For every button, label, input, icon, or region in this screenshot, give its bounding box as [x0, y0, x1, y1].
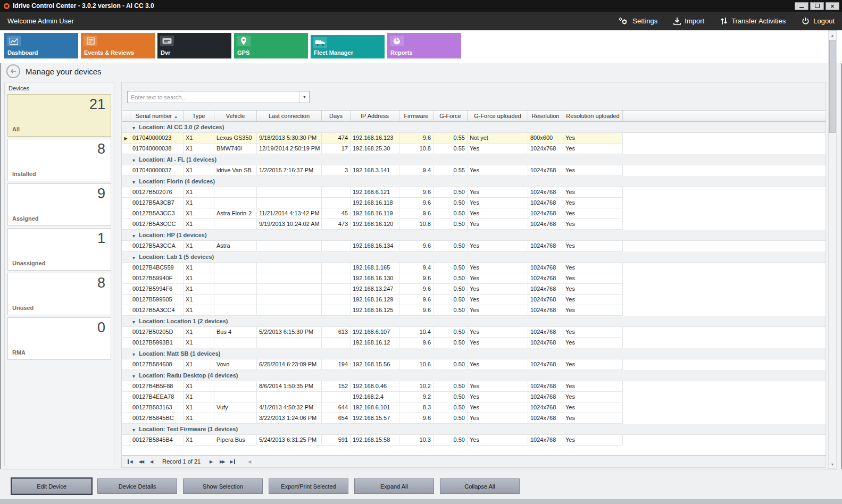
column-header-resolution[interactable]: Resolution — [528, 111, 563, 121]
device-row[interactable]: 00127B4EEA78X1192.168.2.49.20.50Yes1024x… — [122, 392, 623, 402]
tab-dashboard[interactable]: Dashboard — [4, 33, 78, 58]
tab-events-reviews[interactable]: Events & Reviews — [81, 33, 155, 58]
group-row[interactable]: Location: AI - FL (1 devices) — [122, 154, 826, 165]
transfer-activities-button[interactable]: Transfer Activities — [720, 17, 786, 25]
device-row[interactable]: 00127B4B5F88X18/6/2014 1:50:35 PM152192.… — [122, 381, 623, 392]
group-row[interactable]: Location: Test Firmware (1 devices) — [122, 424, 826, 435]
column-header-last-connection[interactable]: Last connection — [257, 111, 322, 121]
column-header-resolution-uploaded[interactable]: Resolution uploaded — [563, 111, 623, 121]
collapse-all-button[interactable]: Collapse All — [440, 478, 520, 494]
import-button[interactable]: Import — [673, 17, 704, 25]
column-header-type[interactable]: Type — [184, 111, 214, 121]
cell-gf: 0.50 — [433, 273, 468, 283]
column-header-days[interactable]: Days — [322, 111, 351, 121]
group-collapse-icon[interactable] — [132, 316, 135, 326]
cell-ip: 192.168.6.121 — [351, 187, 399, 197]
group-row[interactable]: Location: Radu Desktop (4 devices) — [122, 370, 826, 381]
search-input[interactable] — [128, 91, 299, 103]
gears-icon — [618, 17, 629, 26]
maximize-button[interactable] — [810, 2, 824, 10]
column-header-serial-number[interactable]: Serial number — [130, 111, 184, 121]
group-row[interactable]: Location: HP (1 devices) — [122, 230, 826, 241]
cell-last — [257, 305, 322, 315]
group-collapse-icon[interactable] — [132, 230, 135, 240]
column-label: Days — [329, 113, 343, 119]
device-row[interactable]: 00127B5A3CB7X1192.168.16.1189.60.50Yes10… — [122, 198, 623, 208]
group-row[interactable]: Location: Lab 1 (5 devices) — [122, 251, 826, 263]
prev-record-button[interactable] — [146, 457, 157, 466]
tab-gps[interactable]: GPS — [234, 33, 308, 58]
group-collapse-icon[interactable] — [132, 371, 135, 380]
device-row[interactable]: 00127B584608X1Vovo6/25/2014 6:23:09 PM19… — [122, 359, 623, 370]
column-header-vehicle[interactable]: Vehicle — [214, 111, 257, 121]
device-row[interactable]: 017040000037X1idrive Van SB1/2/2015 7:16… — [122, 165, 623, 176]
close-button[interactable] — [826, 2, 839, 10]
settings-button[interactable]: Settings — [618, 17, 657, 26]
filter-card-assigned[interactable]: 9 Assigned — [7, 183, 111, 226]
group-row[interactable]: Location: Florin (4 devices) — [122, 176, 826, 187]
device-row[interactable]: 00127B4BC559X1192.168.1.1659.40.50Yes102… — [122, 263, 623, 273]
group-collapse-icon[interactable] — [132, 252, 135, 262]
next-page-button[interactable] — [216, 457, 227, 466]
filter-card-all[interactable]: 21 All — [7, 94, 111, 137]
h-scroll-left-arrow[interactable] — [244, 457, 255, 466]
group-row[interactable]: Location: Matt SB (1 devices) — [122, 348, 826, 359]
device-row[interactable]: 00127B5845B4X1Pipera Bus5/24/2013 6:31:2… — [122, 435, 623, 446]
device-row[interactable]: 017040000038X1BMW740i12/19/2014 2:50:19 … — [122, 144, 623, 154]
module-nav: Dashboard Events & Reviews Dvr GPS Fleet… — [0, 30, 842, 63]
device-row[interactable]: 00127B5A3CCAX1Astra192.168.16.1349.60.50… — [122, 241, 623, 251]
edit-device-button[interactable]: Edit Device — [12, 478, 91, 494]
filter-card-installed[interactable]: 8 Installed — [7, 139, 111, 181]
group-row[interactable]: Location: AI CC 3.0 (2 devices) — [122, 122, 826, 133]
back-button[interactable] — [6, 64, 20, 78]
prev-page-button[interactable] — [136, 457, 146, 466]
scroll-thumb[interactable] — [829, 40, 836, 133]
device-row[interactable]: 00127B5A3CC4X1192.168.16.1259.60.50Yes10… — [122, 305, 623, 316]
group-collapse-icon[interactable] — [132, 177, 135, 186]
device-row[interactable]: 00127B50205DX1Bus 45/2/2013 6:15:30 PM61… — [122, 327, 623, 338]
device-row[interactable]: 00127B5A3CCCX19/19/2013 10:24:02 AM47319… — [122, 219, 623, 230]
first-record-button[interactable] — [125, 457, 136, 466]
device-row[interactable]: 00127B5845BCX13/22/2013 1:24:06 PM654192… — [122, 413, 623, 424]
next-record-button[interactable] — [206, 457, 216, 466]
cell-serial: 00127B599505 — [130, 295, 184, 305]
minimize-button[interactable] — [795, 2, 808, 10]
device-row[interactable]: 00127B599505X1192.168.16.1299.60.50Yes10… — [122, 295, 623, 305]
column-header-firmware[interactable]: Firmware — [399, 111, 433, 121]
device-row[interactable]: 00127B5A3CC3X1Astra Florin-211/21/2014 4… — [122, 208, 623, 219]
column-header-ip-address[interactable]: IP Address — [351, 111, 399, 121]
cell-vehicle: Lexus GS350 — [214, 133, 257, 143]
filter-card-rma[interactable]: 0 RMA — [7, 317, 111, 360]
expand-all-button[interactable]: Expand All — [354, 478, 434, 494]
device-row[interactable]: 00127B5993B1X1192.168.16.129.60.50Yes102… — [122, 338, 623, 348]
last-record-button[interactable] — [227, 457, 238, 466]
device-row[interactable]: 00127B59940FX1192.168.16.1309.60.50Yes10… — [122, 273, 623, 284]
show-selection-button[interactable]: Show Selection — [183, 478, 263, 494]
column-header-gforce[interactable]: G-Force — [433, 111, 468, 121]
scroll-down-arrow[interactable]: ▼ — [829, 460, 836, 468]
cell-vehicle: Vufy — [214, 402, 257, 413]
group-title: Location: AI - FL (1 devices) — [139, 156, 216, 163]
group-collapse-icon[interactable] — [132, 349, 135, 358]
export-print-selected-button[interactable]: Export/Print Selected — [269, 478, 348, 494]
vertical-scrollbar[interactable]: ▲ ▼ — [828, 30, 837, 469]
filter-card-unused[interactable]: 8 Unused — [7, 273, 111, 315]
group-collapse-icon[interactable] — [132, 122, 135, 132]
logout-button[interactable]: Logout — [802, 17, 835, 25]
column-header-gforce-uploaded[interactable]: G-Force uploaded — [468, 111, 528, 121]
tab-reports[interactable]: Reports — [387, 33, 461, 58]
filter-card-unassigned[interactable]: 1 Unassigned — [7, 228, 111, 271]
device-row[interactable]: 00127B502076X1192.168.6.1219.60.50Yes102… — [122, 187, 623, 198]
device-details-button[interactable]: Device Details — [97, 478, 177, 494]
dropdown-arrow-icon[interactable] — [299, 91, 309, 103]
tab-dvr[interactable]: Dvr — [157, 33, 231, 58]
group-collapse-icon[interactable] — [132, 155, 135, 164]
grid-body: Location: AI CC 3.0 (2 devices)017040000… — [122, 122, 826, 455]
device-row[interactable]: 00127B5994F6X1192.168.13.2479.60.50Yes10… — [122, 284, 623, 295]
group-row[interactable]: Location: Location 1 (2 devices) — [122, 316, 826, 327]
group-collapse-icon[interactable] — [132, 424, 135, 434]
device-row[interactable]: 00127B503163X1Vufy4/1/2013 4:50:32 PM644… — [122, 402, 623, 413]
scroll-up-arrow[interactable]: ▲ — [829, 31, 836, 39]
device-row[interactable]: 017040000023X1Lexus GS3509/18/2013 5:30:… — [122, 133, 623, 144]
tab-fleet-manager[interactable]: Fleet Manager — [311, 33, 385, 58]
